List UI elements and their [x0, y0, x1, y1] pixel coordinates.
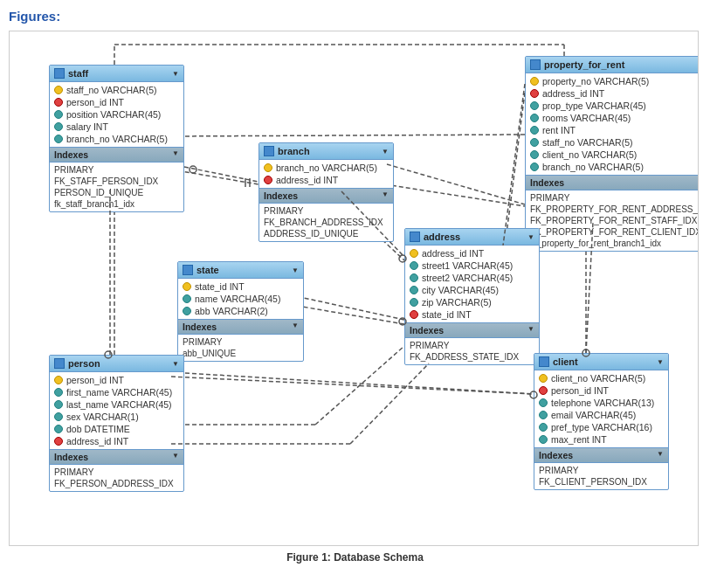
field-row: max_rent INT: [534, 433, 668, 446]
fk-icon: [539, 386, 548, 395]
client-indexes: PRIMARY FK_CLIENT_PERSON_IDX: [534, 463, 668, 489]
svg-line-17: [387, 164, 525, 204]
field-row: client_no VARCHAR(5): [526, 149, 699, 161]
col-icon: [410, 286, 418, 294]
table-address: address ▼ address_id INT street1 VARCHAR…: [404, 228, 540, 365]
field-row: street1 VARCHAR(45): [405, 259, 539, 272]
table-name: address: [424, 232, 460, 242]
staff-indexes-header: Indexes▼: [50, 147, 183, 163]
expand-icon[interactable]: ▼: [382, 148, 389, 156]
col-icon: [530, 138, 539, 147]
client-indexes-header: Indexes▼: [534, 447, 668, 463]
field-row: address_id INT: [526, 87, 699, 100]
pk-icon: [54, 86, 63, 94]
index-row: abb_UNIQUE: [178, 348, 303, 359]
index-row: fk_staff_branch1_idx: [50, 198, 183, 210]
svg-line-0: [171, 169, 258, 184]
property-indexes-header: Indexes▼: [526, 175, 699, 190]
table-address-header: address ▼: [405, 229, 539, 246]
field-row: state_id INT: [405, 308, 539, 321]
fk-icon: [530, 89, 539, 98]
field-row: rooms VARCHAR(45): [526, 112, 699, 124]
caption-text: Database Schema: [331, 551, 424, 564]
col-icon: [530, 114, 539, 122]
index-row: ADDRESS_ID_UNIQUE: [259, 228, 393, 239]
col-icon: [410, 298, 418, 307]
table-property-header: property_for_rent ▼: [526, 57, 699, 73]
col-icon: [539, 435, 548, 444]
table-name: property_for_rent: [544, 59, 624, 70]
field-row: telephone VARCHAR(13): [534, 397, 668, 409]
field-row: person_id INT: [50, 374, 183, 386]
field-row: dob DATETIME: [50, 423, 183, 435]
svg-line-19: [503, 84, 525, 246]
branch-indexes: PRIMARY FK_BRANCH_ADDRESS_IDX ADDRESS_ID…: [259, 204, 393, 241]
expand-icon[interactable]: ▼: [172, 70, 179, 78]
col-icon: [530, 126, 539, 135]
table-person: person ▼ person_id INT first_name VARCHA…: [49, 355, 184, 492]
page-title: Figures:: [9, 9, 701, 24]
table-state: state ▼ state_id INT name VARCHAR(45) ab…: [177, 261, 304, 362]
expand-icon[interactable]: ▼: [527, 233, 534, 241]
address-fields: address_id INT street1 VARCHAR(45) stree…: [405, 246, 539, 322]
col-icon: [410, 273, 418, 282]
col-icon: [530, 150, 539, 159]
state-fields: state_id INT name VARCHAR(45) abb VARCHA…: [178, 279, 303, 319]
table-icon: [410, 232, 420, 242]
svg-line-13: [184, 167, 258, 182]
client-fields: client_no VARCHAR(5) person_id INT telep…: [534, 370, 668, 447]
diagram-area: staff ▼ staff_no VARCHAR(5) person_id IN…: [9, 31, 699, 546]
staff-indexes: PRIMARY FK_STAFF_PERSON_IDX PERSON_ID_UN…: [50, 163, 183, 211]
fk-icon: [410, 310, 418, 319]
field-row: person_id INT: [50, 96, 183, 108]
table-staff: staff ▼ staff_no VARCHAR(5) person_id IN…: [49, 65, 184, 212]
pk-icon: [410, 249, 418, 258]
address-indexes-header: Indexes▼: [405, 322, 539, 338]
field-row: state_id INT: [178, 280, 303, 293]
index-row: FK_PROPERTY_FOR_RENT_STAFF_IDX: [526, 215, 699, 226]
pk-icon: [539, 374, 548, 383]
svg-line-9: [315, 346, 404, 425]
table-name: staff: [68, 68, 88, 79]
field-row: email VARCHAR(45): [534, 409, 668, 421]
field-row: last_name VARCHAR(45): [50, 398, 183, 411]
field-row: person_id INT: [534, 384, 668, 397]
col-icon: [54, 412, 63, 421]
table-staff-header: staff ▼: [50, 66, 183, 82]
svg-line-2: [385, 184, 525, 206]
address-indexes: PRIMARY FK_ADDRESS_STATE_IDX: [405, 338, 539, 364]
expand-icon[interactable]: ▼: [657, 358, 664, 366]
expand-icon[interactable]: ▼: [292, 266, 299, 274]
field-row: branch_no VARCHAR(5): [259, 162, 393, 174]
pk-icon: [183, 282, 191, 291]
field-row: pref_type VARCHAR(16): [534, 421, 668, 433]
svg-line-10: [171, 372, 534, 394]
svg-line-23: [350, 363, 429, 444]
person-fields: person_id INT first_name VARCHAR(45) las…: [50, 372, 183, 449]
state-indexes-header: Indexes▼: [178, 319, 303, 335]
index-row: FK_PROPERTY_FOR_RENT_CLIENT_IDX: [526, 226, 699, 238]
table-person-header: person ▼: [50, 356, 183, 372]
table-name: branch: [278, 146, 310, 156]
col-icon: [54, 135, 63, 143]
index-row: PRIMARY: [534, 465, 668, 476]
index-row: FK_ADDRESS_STATE_IDX: [405, 351, 539, 363]
table-state-header: state ▼: [178, 262, 303, 279]
table-name: person: [68, 358, 100, 369]
svg-point-28: [190, 166, 196, 173]
index-row: PRIMARY: [50, 467, 183, 478]
table-branch: branch ▼ branch_no VARCHAR(5) address_id…: [258, 142, 394, 242]
field-row: staff_no VARCHAR(5): [526, 136, 699, 149]
index-row: PRIMARY: [526, 192, 699, 204]
index-row: FK_BRANCH_ADDRESS_IDX: [259, 217, 393, 228]
branch-fields: branch_no VARCHAR(5) address_id INT: [259, 160, 393, 188]
field-row: prop_type VARCHAR(45): [526, 100, 699, 112]
expand-icon[interactable]: ▼: [172, 360, 179, 368]
field-row: name VARCHAR(45): [178, 293, 303, 305]
table-icon: [54, 68, 65, 79]
col-icon: [410, 261, 418, 270]
table-client: client ▼ client_no VARCHAR(5) person_id …: [534, 353, 669, 490]
col-icon: [54, 122, 63, 131]
table-icon: [530, 59, 541, 70]
field-row: client_no VARCHAR(5): [534, 372, 668, 384]
